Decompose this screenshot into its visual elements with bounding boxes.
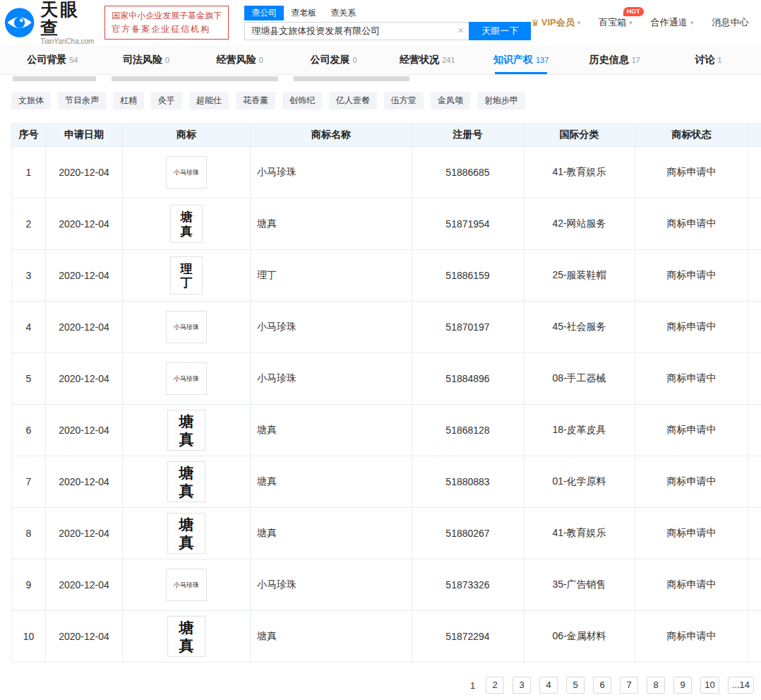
nav-tab-count: 0 — [353, 56, 357, 64]
nav-tab-label: 公司发展 — [311, 54, 350, 66]
filter-tag-8[interactable]: 伍方堂 — [384, 92, 424, 109]
filter-tag-3[interactable]: 灸乎 — [151, 92, 182, 109]
cell-intl-class: 41-教育娱乐 — [524, 508, 635, 559]
vip-member[interactable]: ♛VIP会员▾ — [531, 16, 580, 29]
cell-extra — [748, 456, 761, 508]
cell-apply-date: 2020-12-04 — [46, 147, 123, 198]
filter-tag-4[interactable]: 超能仕 — [189, 92, 229, 109]
nav-tab-label: 历史信息 — [589, 54, 629, 66]
clear-input-icon[interactable]: ✕ — [457, 26, 464, 35]
filter-tag-7[interactable]: 亿人壹餐 — [329, 92, 377, 109]
nav-tab-label: 经营状况 — [400, 54, 439, 66]
pagination-page-10[interactable]: 10 — [700, 677, 719, 694]
trademark-image[interactable]: 小马珍珠 — [166, 311, 207, 343]
pagination-page-9[interactable]: 9 — [673, 677, 692, 694]
trademark-image-text: 小马珍珠 — [174, 374, 199, 384]
filter-tag-10[interactable]: 射炮步甲 — [477, 92, 525, 109]
trademark-image[interactable]: 理丁 — [170, 256, 203, 295]
table-row: 72020-12-04塘真塘真5188088301-化学原料商标申请中 — [12, 456, 761, 508]
pagination-page-7[interactable]: 7 — [620, 677, 638, 694]
table-row: 92020-12-04小马珍珠小马珍珠5187332635-广告销售商标申请中 — [12, 559, 761, 611]
search-scope-tab-1[interactable]: 查老板 — [284, 6, 323, 20]
pagination-page-8[interactable]: 8 — [647, 677, 665, 694]
cell-registration-no: 51872294 — [412, 611, 524, 663]
nav-tab-3[interactable]: 公司发展0 — [287, 45, 380, 74]
pagination-page-3[interactable]: 3 — [513, 677, 531, 694]
pagination-page-5[interactable]: 5 — [566, 677, 585, 694]
eye-logo-icon — [4, 6, 35, 39]
filter-tag-0[interactable]: 文旅体 — [11, 92, 51, 109]
filter-tag-6[interactable]: 创饰纪 — [282, 92, 322, 109]
trademark-image[interactable]: 小马珍珠 — [166, 569, 207, 601]
search-box: 查公司查老板查关系 ✕ 天眼一下 — [244, 6, 531, 40]
nav-tab-1[interactable]: 司法风险0 — [100, 45, 193, 74]
cell-mark-name: 小马珍珠 — [251, 559, 412, 611]
column-header-2: 商标 — [123, 124, 251, 147]
table-row: 62020-12-04塘真塘真5186812818-皮革皮具商标申请中 — [12, 405, 761, 456]
cooperation-channel[interactable]: 合作通道▾ — [651, 16, 694, 29]
pagination-page-2[interactable]: 2 — [486, 677, 504, 694]
tianyancha-logo[interactable]: 天眼查 TianYanCha.com — [4, 0, 96, 46]
cell-registration-no: 51871954 — [412, 198, 524, 250]
trademark-image-text: 小马珍珠 — [174, 323, 199, 332]
nav-tab-5[interactable]: 知识产权137 — [474, 45, 568, 74]
filter-tag-2[interactable]: 杠精 — [113, 92, 144, 109]
nav-tab-2[interactable]: 经营风险0 — [193, 45, 287, 74]
trademark-image[interactable]: 塘真 — [170, 205, 203, 243]
cell-mark-image: 小马珍珠 — [123, 302, 251, 353]
cell-index: 5 — [12, 353, 46, 405]
cell-status: 商标申请中 — [635, 611, 748, 663]
pagination-page-4[interactable]: 4 — [539, 677, 558, 694]
search-scope-tab-0[interactable]: 查公司 — [244, 6, 284, 20]
cell-intl-class: 06-金属材料 — [524, 611, 635, 663]
treasure-box-label: 百宝箱 — [599, 16, 626, 29]
search-scope-tab-2[interactable]: 查关系 — [323, 6, 363, 20]
hot-badge: HOT — [623, 7, 644, 16]
cell-registration-no: 51884896 — [412, 353, 524, 405]
column-header-0: 序号 — [12, 124, 46, 147]
search-input[interactable] — [244, 22, 469, 40]
cell-mark-name: 小马珍珠 — [251, 147, 412, 198]
column-header-4: 注册号 — [412, 124, 524, 147]
pagination-page-last-14[interactable]: ...14 — [728, 677, 754, 694]
cell-status: 商标申请中 — [635, 508, 748, 559]
cell-mark-image: 塘真 — [123, 456, 251, 508]
trademark-image-text: 小马珍珠 — [174, 581, 199, 590]
nav-tab-0[interactable]: 公司背景54 — [6, 45, 100, 74]
nav-tab-count: 1 — [718, 56, 722, 64]
search-button[interactable]: 天眼一下 — [469, 22, 531, 40]
message-center[interactable]: 消息中心 — [712, 16, 748, 29]
cell-index: 10 — [12, 611, 46, 663]
nav-tab-count: 0 — [165, 56, 169, 64]
cell-registration-no: 51880883 — [412, 456, 524, 508]
caret-down-icon: ▾ — [690, 19, 694, 26]
trademark-table: 序号申请日期商标商标名称注册号国际分类商标状态 12020-12-04小马珍珠小… — [11, 123, 761, 663]
trademark-image[interactable]: 塘真 — [167, 616, 205, 657]
trademark-image-char: 真 — [179, 482, 194, 499]
cell-status: 商标申请中 — [635, 456, 748, 508]
filter-tag-5[interactable]: 花香薰 — [236, 92, 275, 109]
cell-mark-image: 理丁 — [123, 250, 251, 302]
cell-apply-date: 2020-12-04 — [46, 353, 123, 405]
trademark-image[interactable]: 塘真 — [167, 461, 205, 502]
treasure-box[interactable]: 百宝箱▾HOT — [599, 16, 633, 29]
cell-registration-no: 51873326 — [412, 559, 524, 611]
table-row: 82020-12-04塘真塘真5188026741-教育娱乐商标申请中 — [12, 508, 761, 559]
filter-tag-1[interactable]: 节目余声 — [58, 92, 106, 109]
table-row: 102020-12-04塘真塘真5187229406-金属材料商标申请中 — [12, 611, 761, 663]
cell-registration-no: 51870197 — [412, 302, 524, 353]
trademark-image[interactable]: 小马珍珠 — [166, 156, 207, 189]
cell-registration-no: 51886159 — [412, 250, 524, 302]
trademark-image[interactable]: 小马珍珠 — [166, 362, 207, 395]
nav-tab-4[interactable]: 经营状况241 — [380, 45, 474, 74]
cell-status: 商标申请中 — [635, 198, 748, 250]
cell-intl-class: 42-网站服务 — [524, 198, 635, 250]
pagination-page-6[interactable]: 6 — [593, 677, 611, 694]
table-row: 52020-12-04小马珍珠小马珍珠5188489608-手工器械商标申请中 — [12, 353, 761, 405]
crown-icon: ♛ — [531, 18, 539, 28]
nav-tab-7[interactable]: 讨论1 — [661, 45, 755, 74]
filter-tag-9[interactable]: 金凤颂 — [431, 92, 470, 109]
trademark-image[interactable]: 塘真 — [167, 410, 205, 451]
trademark-image[interactable]: 塘真 — [167, 513, 205, 554]
nav-tab-6[interactable]: 历史信息17 — [568, 45, 662, 74]
